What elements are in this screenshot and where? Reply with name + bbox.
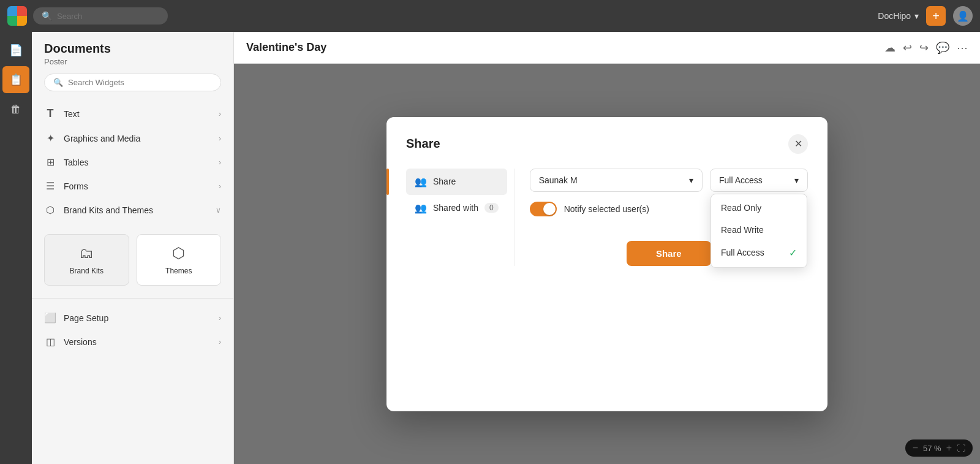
sidebar-item-text[interactable]: T Text › [32,101,233,126]
user-icon: 👤 [957,10,969,22]
close-icon: ✕ [794,138,802,150]
themes-card[interactable]: ⬡ Themes [137,234,222,286]
undo-icon[interactable]: ↩ [903,41,912,55]
access-dropdown-menu: Read Only Read Write Full Access ✓ [710,194,807,268]
sidebar-search-icon: 🔍 [53,78,63,87]
search-container: 🔍 [33,7,168,25]
sidebar-item-label: Page Setup [64,313,108,323]
tab-active-bar [386,169,389,195]
modal-overlay: Share ✕ 👥 Share [234,64,980,464]
main-layout: 📄 📋 🗑 Documents Poster 🔍 T Text › ✦ [0,32,980,464]
redo-icon[interactable]: ↪ [919,41,929,55]
modal-body: 👥 Share 👥 Shared with 0 [406,169,808,266]
brand-kits-expanded: 🗂 Brand Kits ⬡ Themes [32,222,233,293]
comment-icon[interactable]: 💬 [936,41,949,55]
sidebar-item-tables[interactable]: ⊞ Tables › [32,150,233,174]
modal-close-button[interactable]: ✕ [788,134,808,154]
sidebar: Documents Poster 🔍 T Text › ✦ Graphics a… [32,32,234,464]
sidebar-subtitle: Poster [44,57,221,66]
chevron-right-icon: › [219,110,221,118]
plus-icon: + [932,9,940,23]
sidebar-title: Documents [44,42,221,56]
brand-kits-card-icon: 🗂 [79,245,94,262]
search-input[interactable] [57,12,149,21]
user-avatar[interactable]: 👤 [953,6,973,26]
page-setup-icon: ⬜ [44,312,56,324]
canvas-area: Share ✕ 👥 Share [234,64,980,464]
add-button[interactable]: + [926,6,946,26]
sidebar-item-page-setup[interactable]: ⬜ Page Setup › [32,306,233,330]
brand-kits-icon: ⬡ [44,204,56,216]
modal-content: Saunak M ▾ Full Access ▾ [530,169,808,266]
versions-icon: ◫ [44,336,56,348]
dochipo-menu[interactable]: DocHipo ▾ [878,11,919,21]
editor-area: Valentine's Day ☁ ↩ ↪ 💬 ⋯ Share ✕ [234,32,980,464]
shared-with-badge: 0 [484,203,499,213]
toggle-knob [543,203,556,215]
dropdown-read-only[interactable]: Read Only [711,197,807,219]
editor-toolbar-right: ☁ ↩ ↪ 💬 ⋯ [884,41,968,55]
brand-grid: 🗂 Brand Kits ⬡ Themes [44,234,221,286]
tab-share-label: Share [433,177,456,186]
cloud-save-icon[interactable]: ☁ [884,41,895,55]
share-modal: Share ✕ 👥 Share [386,117,827,411]
icon-bar: 📄 📋 🗑 [0,32,32,464]
tab-shared-with-label: Shared with [433,203,478,213]
sidebar-item-label: Tables [64,158,88,167]
icon-bar-documents[interactable]: 📄 [2,37,29,64]
dropdown-full-access-label: Full Access [721,248,764,257]
sidebar-item-graphics[interactable]: ✦ Graphics and Media › [32,126,233,150]
dochipo-label: DocHipo [878,11,911,21]
chevron-right-icon: › [219,338,221,346]
edit-icon: 📋 [9,73,23,86]
chevron-right-icon: › [219,158,221,167]
sidebar-item-label: Versions [64,337,97,347]
dropdown-full-access[interactable]: Full Access ✓ [711,241,807,265]
notify-label: Notify selected user(s) [564,204,649,214]
editor-title: Valentine's Day [246,41,326,54]
editor-toolbar: Valentine's Day ☁ ↩ ↪ 💬 ⋯ [234,32,980,64]
dropdown-check-icon: ✓ [789,247,797,259]
access-select-dropdown[interactable]: Full Access ▾ Read Only Read Write [710,169,808,192]
text-icon: T [44,107,56,120]
user-select-chevron: ▾ [689,175,693,185]
topbar: 🔍 DocHipo ▾ + 👤 [0,0,980,32]
user-select-dropdown[interactable]: Saunak M ▾ [530,169,703,192]
sidebar-item-versions[interactable]: ◫ Versions › [32,330,233,354]
search-icon: 🔍 [42,11,52,21]
sidebar-bottom: ⬜ Page Setup › ◫ Versions › [32,298,233,361]
themes-card-label: Themes [165,267,192,275]
dropdown-read-only-label: Read Only [721,203,761,213]
brand-kits-card[interactable]: 🗂 Brand Kits [44,234,129,286]
access-select-value: Full Access [719,175,763,185]
icon-bar-trash[interactable]: 🗑 [2,96,29,123]
access-select-chevron: ▾ [794,175,799,185]
tables-icon: ⊞ [44,156,56,168]
more-options-icon[interactable]: ⋯ [957,41,968,55]
dropdown-read-write-label: Read Write [721,225,764,235]
topbar-right: DocHipo ▾ + 👤 [878,6,973,26]
sidebar-search-container: 🔍 [44,74,221,91]
forms-icon: ☰ [44,180,56,192]
sidebar-item-label: Forms [64,181,88,191]
tab-shared-with[interactable]: 👥 Shared with 0 [406,195,507,221]
brand-kits-card-label: Brand Kits [70,267,104,275]
chevron-right-icon: › [219,314,221,322]
sidebar-header: Documents Poster [32,42,233,74]
sidebar-search-input[interactable] [68,78,212,87]
tab-share[interactable]: 👥 Share [406,169,507,195]
modal-title: Share [406,137,440,151]
logo[interactable] [7,6,27,26]
sidebar-item-label: Text [64,109,80,119]
notify-toggle[interactable] [530,202,557,216]
user-select-value: Saunak M [539,175,578,185]
icon-bar-edit[interactable]: 📋 [2,66,29,93]
chevron-down-icon: ▾ [914,11,919,21]
dropdown-read-write[interactable]: Read Write [711,219,807,241]
themes-card-icon: ⬡ [172,245,185,262]
chevron-right-icon: › [219,134,221,143]
sidebar-item-forms[interactable]: ☰ Forms › [32,174,233,198]
sidebar-item-brand-kits[interactable]: ⬡ Brand Kits and Themes ∨ [32,198,233,222]
share-button[interactable]: Share [627,241,711,266]
share-tab-icon: 👥 [415,176,427,188]
